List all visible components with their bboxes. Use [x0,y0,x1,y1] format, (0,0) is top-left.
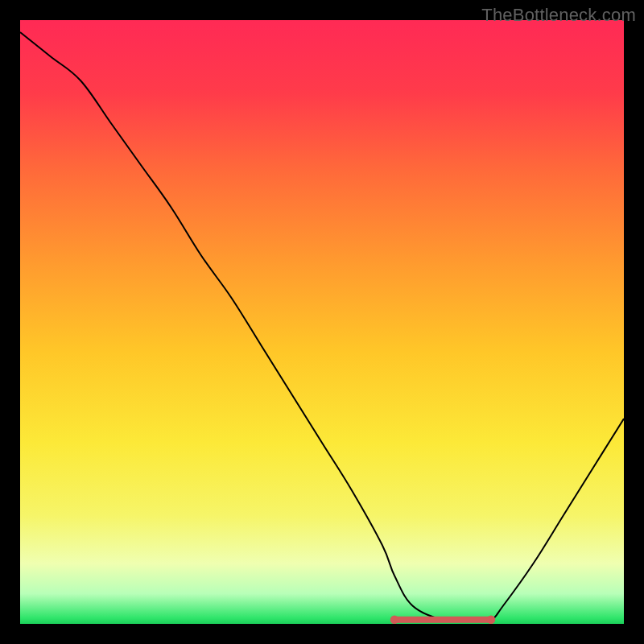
chart-plot-area [20,20,624,624]
page-root: TheBottleneck.com [0,0,644,644]
highlight-endpoint-right [487,616,496,624]
bottleneck-curve-path [20,32,624,621]
watermark-text: TheBottleneck.com [481,5,636,26]
chart-curve-layer [20,20,624,624]
highlight-endpoint-left [390,616,399,624]
